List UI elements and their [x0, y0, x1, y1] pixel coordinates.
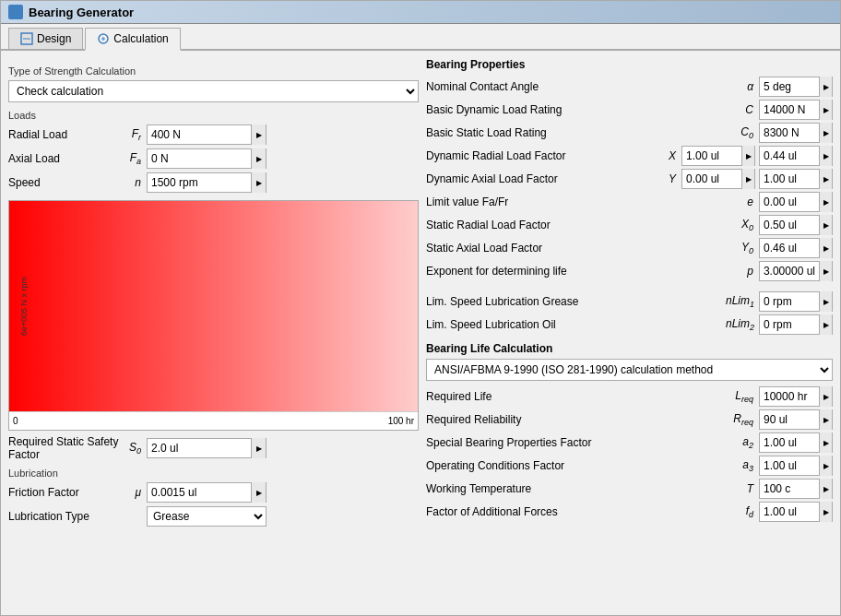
radial-load-input[interactable] [148, 126, 251, 143]
dynamic-radial-symbol: X [648, 149, 681, 162]
friction-input-wrap: ▶ [147, 482, 267, 503]
speed-grease-symbol: nLim1 [726, 294, 759, 309]
operating-cond-arrow[interactable]: ▶ [819, 456, 832, 476]
static-axial-symbol: Y0 [726, 241, 759, 255]
static-axial-arrow[interactable]: ▶ [819, 238, 832, 258]
req-life-arrow[interactable]: ▶ [819, 386, 832, 407]
dynamic-load-value: 14000 N [760, 101, 819, 118]
working-temp-label: Working Temperature [426, 482, 726, 495]
axial-load-arrow[interactable]: ▶ [251, 148, 266, 169]
speed-oil-arrow[interactable]: ▶ [819, 314, 832, 335]
axial-load-input[interactable] [148, 150, 251, 167]
prop-speed-grease: Lim. Speed Lubrication Grease nLim1 0 rp… [426, 291, 833, 312]
req-life-symbol: Lreq [726, 389, 759, 404]
static-radial-label: Static Radial Load Factor [426, 219, 726, 231]
working-temp-arrow[interactable]: ▶ [819, 479, 832, 499]
radial-load-arrow[interactable]: ▶ [251, 124, 266, 145]
static-load-arrow[interactable]: ▶ [819, 123, 832, 143]
safety-row: Required Static Safety Factor S0 ▶ [8, 438, 419, 458]
radial-symbol: Fr [119, 127, 147, 142]
prop-static-load: Basic Static Load Rating C0 8300 N ▶ [426, 123, 833, 143]
additional-forces-arrow[interactable]: ▶ [819, 502, 832, 522]
chart-x-axis: 0 100 hr [9, 411, 418, 430]
radial-load-label: Radial Load [8, 128, 119, 141]
exponent-arrow[interactable]: ▶ [819, 261, 832, 281]
prop-contact-angle: Nominal Contact Angle α 5 deg ▶ [426, 77, 833, 97]
speed-row: Speed n ▶ [8, 172, 419, 193]
dynamic-radial-val2-wrap: 0.44 ul ▶ [759, 146, 833, 166]
friction-input[interactable] [148, 484, 251, 501]
axial-input-wrap: ▶ [147, 148, 267, 169]
exponent-label: Exponent for determining life [426, 265, 726, 278]
speed-oil-label: Lim. Speed Lubrication Oil [426, 318, 726, 331]
dynamic-load-label: Basic Dynamic Load Rating [426, 103, 726, 116]
friction-arrow[interactable]: ▶ [251, 482, 266, 503]
limit-fa-fr-arrow[interactable]: ▶ [819, 192, 832, 212]
req-life-value-wrap: 10000 hr ▶ [759, 386, 833, 407]
static-axial-value: 0.46 ul [760, 240, 819, 256]
strength-select[interactable]: Check calculation [8, 80, 419, 102]
prop-static-radial: Static Radial Load Factor X0 0.50 ul ▶ [426, 215, 833, 235]
tab-calculation-label: Calculation [113, 32, 168, 45]
chart-y-label: 6e+005 N x rpm [19, 277, 29, 336]
special-bearing-label: Special Bearing Properties Factor [426, 436, 726, 449]
speed-arrow[interactable]: ▶ [251, 172, 266, 193]
life-method-select[interactable]: ANSI/AFBMA 9-1990 (ISO 281-1990) calcula… [426, 359, 833, 381]
axial-load-row: Axial Load Fa ▶ [8, 148, 419, 169]
app-icon [8, 5, 23, 19]
dynamic-axial-symbol: Y [648, 172, 681, 185]
left-panel: Type of Strength Calculation Check calcu… [8, 58, 419, 530]
dynamic-radial-val1-arrow[interactable]: ▶ [741, 146, 754, 166]
dynamic-radial-double: 1.00 ul ▶ 0.44 ul ▶ [681, 146, 833, 166]
tab-design[interactable]: Design [8, 28, 83, 49]
dynamic-radial-val1-wrap: 1.00 ul ▶ [681, 146, 755, 166]
static-load-label: Basic Static Load Rating [426, 126, 726, 139]
static-radial-symbol: X0 [726, 218, 759, 232]
exponent-value-wrap: 3.00000 ul ▶ [759, 261, 833, 281]
limit-fa-fr-value-wrap: 0.00 ul ▶ [759, 192, 833, 212]
prop-req-life: Required Life Lreq 10000 hr ▶ [426, 386, 833, 407]
safety-input[interactable] [148, 440, 251, 456]
req-reliability-arrow[interactable]: ▶ [819, 409, 832, 430]
speed-grease-value: 0 rpm [760, 293, 819, 310]
prop-static-axial: Static Axial Load Factor Y0 0.46 ul ▶ [426, 238, 833, 258]
dynamic-axial-val2-arrow[interactable]: ▶ [819, 169, 832, 189]
static-axial-label: Static Axial Load Factor [426, 242, 726, 255]
lub-type-select[interactable]: Grease Oil [148, 507, 266, 526]
contact-angle-arrow[interactable]: ▶ [819, 77, 832, 97]
prop-speed-oil: Lim. Speed Lubrication Oil nLim2 0 rpm ▶ [426, 314, 833, 335]
speed-grease-arrow[interactable]: ▶ [819, 291, 832, 312]
dynamic-load-value-wrap: 14000 N ▶ [759, 100, 833, 120]
strength-section-label: Type of Strength Calculation [8, 65, 419, 77]
speed-oil-value-wrap: 0 rpm ▶ [759, 314, 833, 335]
dynamic-axial-double: 0.00 ul ▶ 1.00 ul ▶ [681, 169, 833, 189]
friction-row: Friction Factor μ ▶ [8, 482, 419, 503]
dynamic-axial-val2-wrap: 1.00 ul ▶ [759, 169, 833, 189]
prop-working-temp: Working Temperature T 100 c ▶ [426, 479, 833, 499]
main-window: Bearing Generator Design Calculation Typ… [0, 0, 841, 616]
dynamic-load-arrow[interactable]: ▶ [819, 100, 832, 120]
safety-arrow[interactable]: ▶ [251, 438, 266, 458]
dynamic-radial-val2-arrow[interactable]: ▶ [819, 146, 832, 166]
additional-forces-value: 1.00 ul [760, 503, 819, 520]
special-bearing-arrow[interactable]: ▶ [819, 432, 832, 453]
special-bearing-symbol: a2 [726, 435, 759, 450]
loads-section: Loads Radial Load Fr ▶ Axial Load Fa [8, 110, 419, 193]
dynamic-radial-val1: 1.00 ul [682, 148, 741, 164]
calc-icon [97, 32, 110, 45]
static-load-symbol: C0 [726, 125, 759, 140]
static-radial-value-wrap: 0.50 ul ▶ [759, 215, 833, 235]
static-radial-arrow[interactable]: ▶ [819, 215, 832, 235]
dynamic-axial-val1: 0.00 ul [682, 171, 741, 187]
bottom-section: Required Static Safety Factor S0 ▶ Lubri… [8, 438, 419, 527]
safety-label: Required Static Safety Factor [8, 435, 119, 461]
dynamic-axial-val1-arrow[interactable]: ▶ [741, 169, 754, 189]
limit-fa-fr-symbol: e [726, 195, 759, 208]
operating-cond-label: Operating Conditions Factor [426, 459, 726, 472]
static-load-value: 8300 N [760, 124, 819, 141]
req-reliability-label: Required Reliability [426, 413, 726, 426]
speed-input[interactable] [148, 174, 251, 191]
working-temp-value-wrap: 100 c ▶ [759, 479, 833, 499]
tab-calculation[interactable]: Calculation [85, 28, 180, 51]
exponent-value: 3.00000 ul [760, 263, 819, 279]
